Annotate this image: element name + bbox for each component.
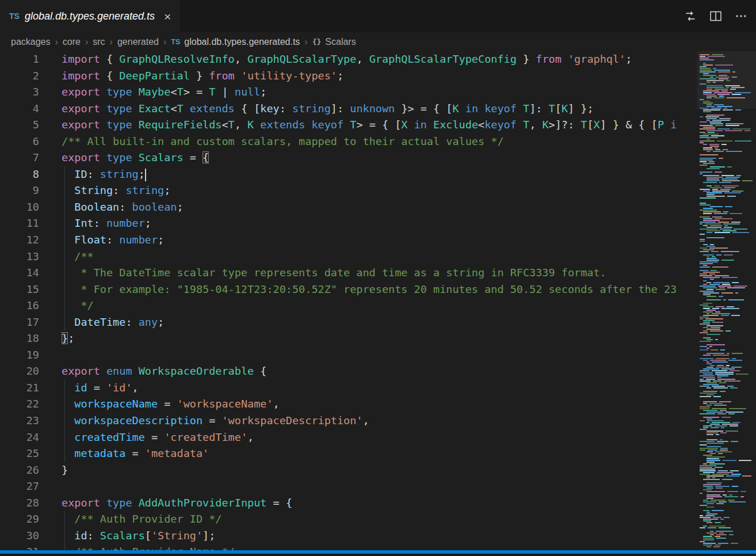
line-number[interactable]: 2 <box>0 68 39 85</box>
tab-global-db-types-generated[interactable]: TS global.db.types.generated.ts × <box>0 0 180 32</box>
line-number[interactable]: 29 <box>0 511 39 528</box>
line-number[interactable]: 28 <box>0 495 39 512</box>
line-number[interactable]: 11 <box>0 215 39 232</box>
code-line[interactable]: 26} <box>0 462 693 479</box>
line-number[interactable]: 22 <box>0 396 39 413</box>
line-number[interactable]: 6 <box>0 134 39 150</box>
code-line[interactable]: 17 DateTime: any; <box>0 314 693 331</box>
code-line[interactable]: 21 id = 'id', <box>0 380 693 397</box>
code-line[interactable]: 27 <box>0 478 693 495</box>
minimap-line <box>728 500 735 501</box>
line-number[interactable]: 18 <box>0 330 39 347</box>
breadcrumb-item-core[interactable]: core <box>63 37 81 47</box>
code-line[interactable]: 6/** All built-in and custom scalars, ma… <box>0 134 693 150</box>
minimap-line <box>727 386 734 387</box>
line-number[interactable]: 27 <box>0 478 39 495</box>
line-number[interactable]: 12 <box>0 232 39 249</box>
line-number[interactable]: 1 <box>0 51 39 68</box>
breadcrumb-item-generated[interactable]: generated <box>117 37 159 47</box>
line-number[interactable]: 16 <box>0 298 39 314</box>
code-token: export <box>62 119 106 131</box>
more-actions-icon[interactable] <box>732 7 750 25</box>
line-number[interactable]: 21 <box>0 380 39 397</box>
code-token: : <box>94 217 106 229</box>
code-line[interactable]: 14 * The DateTime scalar type represents… <box>0 265 693 281</box>
open-changes-icon[interactable] <box>681 7 700 25</box>
line-number[interactable]: 4 <box>0 101 39 117</box>
breadcrumb-item-packages[interactable]: packages <box>11 37 51 47</box>
minimap-line <box>703 486 713 487</box>
minimap-line <box>713 387 728 389</box>
code-token: Int <box>74 217 93 229</box>
code-line[interactable]: 23 workspaceDescription = 'workspaceDesc… <box>0 413 693 429</box>
code-line[interactable]: 16 */ <box>0 298 693 314</box>
line-number[interactable]: 25 <box>0 445 39 462</box>
minimap[interactable] <box>697 51 756 551</box>
minimap-line <box>717 441 728 442</box>
code-line[interactable]: 12 Float: number; <box>0 232 693 249</box>
line-number[interactable]: 8 <box>0 166 39 183</box>
code-line[interactable]: 28export type AddAuthProviderInput = { <box>0 495 693 512</box>
minimap-line <box>723 230 736 231</box>
minimap-line <box>707 80 724 81</box>
line-number[interactable]: 13 <box>0 249 39 265</box>
line-number[interactable]: 19 <box>0 347 39 364</box>
code-line[interactable]: 3export type Maybe<T> = T | null; <box>0 84 693 101</box>
line-number[interactable]: 9 <box>0 182 39 199</box>
code-line[interactable]: 19 <box>0 347 693 364</box>
code-line[interactable]: 9 String: string; <box>0 182 693 199</box>
code-line[interactable]: 29 /** Auth Provider ID */ <box>0 511 693 528</box>
code-line[interactable]: 2import { DeepPartial } from 'utility-ty… <box>0 68 693 85</box>
code-token: GraphQLScalarTypeConfig <box>369 53 517 65</box>
breadcrumb-item-symbol[interactable]: Scalars <box>325 37 356 47</box>
line-number[interactable]: 20 <box>0 363 39 380</box>
code-line[interactable]: 8 ID: string; <box>0 166 693 183</box>
code-token: > = <box>184 86 209 98</box>
code-line[interactable]: 13 /** <box>0 249 693 265</box>
code-line[interactable]: 25 metadata = 'metadata' <box>0 445 693 462</box>
line-number[interactable]: 14 <box>0 265 39 281</box>
code-line[interactable]: 15 * For example: "1985-04-12T23:20:50.5… <box>0 281 693 298</box>
code-line[interactable]: 5export type RequireFields<T, K extends … <box>0 117 693 134</box>
line-number[interactable]: 7 <box>0 150 39 166</box>
code-line[interactable]: 22 workspaceName = 'workspaceName', <box>0 396 693 413</box>
breadcrumb-item-file[interactable]: global.db.types.generated.ts <box>184 37 300 47</box>
line-number[interactable]: 17 <box>0 314 39 331</box>
close-tab-icon[interactable]: × <box>164 10 171 22</box>
line-number[interactable]: 24 <box>0 429 39 446</box>
split-editor-icon[interactable] <box>707 7 725 25</box>
code-line[interactable]: 10 Boolean: boolean; <box>0 199 693 216</box>
minimap-line <box>700 469 715 470</box>
minimap-line <box>707 260 719 261</box>
code-line[interactable]: 30 id: Scalars['String']; <box>0 528 693 544</box>
code-editor[interactable]: 1import { GraphQLResolveInfo, GraphQLSca… <box>0 51 693 551</box>
minimap-line <box>700 332 708 333</box>
code-line[interactable]: 24 createdTime = 'createdTime', <box>0 429 693 446</box>
code-line-content: /** All built-in and custom scalars, map… <box>62 134 504 150</box>
code-line[interactable]: 4export type Exact<T extends { [key: str… <box>0 101 693 117</box>
indent-guide <box>64 511 65 528</box>
code-line[interactable]: 1import { GraphQLResolveInfo, GraphQLSca… <box>0 51 693 68</box>
code-line[interactable]: 11 Int: number; <box>0 215 693 232</box>
breadcrumb-item-src[interactable]: src <box>93 37 105 47</box>
line-number[interactable]: 23 <box>0 413 39 429</box>
minimap-line <box>712 370 727 371</box>
minimap-line <box>707 192 722 193</box>
line-number[interactable]: 5 <box>0 117 39 134</box>
line-number[interactable]: 15 <box>0 281 39 298</box>
code-line[interactable]: 7export type Scalars = { <box>0 150 693 166</box>
line-number[interactable]: 26 <box>0 462 39 479</box>
minimap-line <box>703 149 713 150</box>
minimap-line <box>700 349 708 351</box>
code-line[interactable]: 20export enum WorkspaceOrderable { <box>0 363 693 380</box>
minimap-line <box>700 429 707 430</box>
indent-guide <box>64 199 65 216</box>
line-number[interactable]: 10 <box>0 199 39 216</box>
line-number[interactable]: 30 <box>0 528 39 544</box>
code-line[interactable]: 18}; <box>0 330 693 347</box>
line-number[interactable]: 3 <box>0 84 39 101</box>
minimap-line <box>713 546 720 547</box>
minimap-line <box>715 374 734 375</box>
code-token: * The DateTime scalar type represents da… <box>62 266 606 279</box>
minimap-line <box>720 410 727 411</box>
